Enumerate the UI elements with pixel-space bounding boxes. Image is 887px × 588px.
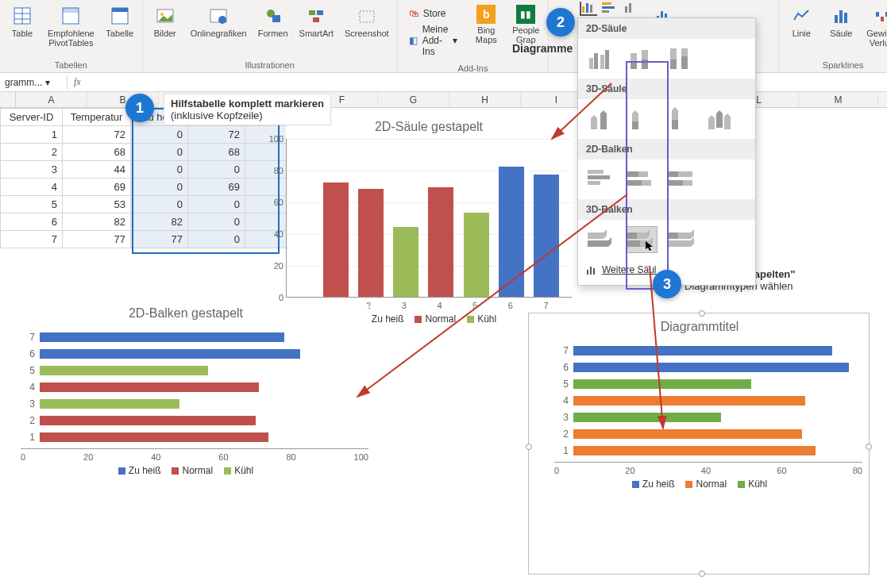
cell[interactable]: 82: [63, 213, 131, 231]
ribbon-group-addins: 🛍Store ◧Meine Add-Ins ▾ b BingMaps ▮▮ Pe…: [398, 0, 550, 72]
bar-chart-right[interactable]: Diagrammtitel 7654321 020406080 Zu heiß …: [537, 320, 862, 490]
col-header[interactable]: A: [16, 92, 87, 107]
chart-thumb-3d-stacked-col[interactable]: [626, 106, 658, 133]
ribbon-btn-store[interactable]: 🛍Store: [409, 8, 458, 19]
svg-rect-57: [588, 175, 610, 179]
ribbon-btn-saeule[interactable]: Säule: [823, 3, 858, 59]
svg-rect-35: [589, 58, 593, 69]
ribbon-btn-onlinegrafiken[interactable]: Onlinegrafiken: [187, 3, 250, 59]
svg-rect-37: [600, 55, 604, 69]
dropdown-section-3d-balken: 3D-Balken: [578, 199, 755, 220]
ribbon-btn-gewinn-verlust[interactable]: Gewinn/Verlust: [863, 3, 887, 59]
cell[interactable]: 82: [131, 213, 188, 231]
cell[interactable]: 68: [188, 144, 245, 161]
cell[interactable]: 69: [188, 179, 245, 196]
svg-marker-48: [600, 110, 607, 129]
step-1-circle: 1: [125, 94, 154, 122]
bar-chart-plot: 7654321: [537, 339, 862, 462]
bar-chart-left[interactable]: 2D-Balken gestapelt 7654321 020406080100…: [3, 306, 368, 476]
cell[interactable]: 0: [131, 179, 188, 196]
ribbon-btn-tabelle[interactable]: Tabelle: [102, 3, 137, 59]
step-1-label: Hilfstabelle komplett markieren (inklusi…: [164, 94, 331, 125]
cell[interactable]: 1: [1, 126, 63, 144]
chart-type-dropdown: 2D-Säule 3D-Säule 2D-Balken 3D-Balken We…: [577, 17, 756, 286]
svg-marker-75: [667, 233, 678, 239]
col-header[interactable]: G: [378, 92, 449, 107]
svg-rect-64: [667, 171, 678, 177]
cell[interactable]: 53: [63, 196, 131, 213]
svg-rect-30: [602, 2, 611, 5]
cell[interactable]: 2: [1, 144, 63, 161]
col-header[interactable]: M: [799, 92, 878, 107]
ribbon-btn-my-addins[interactable]: ◧Meine Add-Ins ▾: [409, 24, 458, 57]
ribbon-btn-table[interactable]: Table: [5, 3, 40, 59]
chart-thumb-clustered-column[interactable]: [586, 45, 618, 72]
name-box[interactable]: gramm... ▾: [0, 75, 67, 90]
ribbon-btn-smartart[interactable]: SmartArt: [296, 3, 337, 59]
cell[interactable]: 77: [131, 231, 188, 248]
th-serverid[interactable]: Server-ID: [1, 109, 63, 126]
ribbon-btn-pivot[interactable]: EmpfohlenePivotTables: [44, 3, 98, 59]
chart-thumb-3d-clustered-bar[interactable]: [586, 226, 618, 253]
cell[interactable]: 44: [63, 161, 131, 179]
ribbon-btn-screenshot[interactable]: Screenshot: [341, 3, 392, 59]
cell[interactable]: 7: [1, 231, 63, 248]
chart-thumb-3d-100stacked-col[interactable]: [665, 106, 697, 133]
cell[interactable]: 0: [188, 161, 245, 179]
cell[interactable]: 4: [1, 179, 63, 196]
svg-rect-66: [667, 180, 683, 186]
svg-marker-50: [632, 121, 638, 129]
chart-type-col-btn[interactable]: [580, 2, 597, 16]
col-header[interactable]: H: [449, 92, 521, 107]
cell[interactable]: 3: [1, 161, 63, 179]
cell[interactable]: 0: [188, 231, 245, 248]
cell[interactable]: 69: [63, 179, 131, 196]
chart-type-more-btn[interactable]: [624, 2, 642, 16]
cell[interactable]: 0: [188, 196, 245, 213]
cell[interactable]: 0: [131, 196, 188, 213]
svg-rect-44: [670, 60, 677, 69]
chart-thumb-3d-100stacked-bar[interactable]: [665, 226, 697, 253]
ribbon-btn-formen[interactable]: Formen: [255, 3, 291, 59]
svg-rect-22: [839, 10, 843, 23]
svg-rect-78: [590, 267, 592, 275]
cell[interactable]: 0: [131, 144, 188, 161]
chart-thumb-stacked-column[interactable]: [626, 45, 658, 72]
svg-rect-7: [112, 8, 128, 12]
cell[interactable]: 5: [1, 196, 63, 213]
fx-button[interactable]: fx: [67, 76, 87, 88]
cell[interactable]: 72: [63, 126, 131, 144]
chart-thumb-100stacked-bar[interactable]: [665, 166, 697, 193]
svg-marker-67: [588, 229, 607, 239]
step-3-circle: 3: [653, 270, 681, 298]
svg-marker-72: [627, 240, 640, 247]
cell[interactable]: 72: [188, 126, 245, 144]
chart-thumb-3d-column[interactable]: [705, 106, 737, 133]
ribbon-btn-bilder[interactable]: Bilder: [148, 3, 183, 59]
cell[interactable]: 68: [63, 144, 131, 161]
chart-thumb-clustered-bar[interactable]: [586, 166, 618, 193]
svg-rect-46: [681, 56, 688, 69]
chart-thumb-3d-clustered-col[interactable]: [586, 106, 618, 133]
ribbon-btn-bing-maps[interactable]: b BingMaps: [469, 3, 503, 62]
th-temperatur[interactable]: Temperatur: [63, 109, 131, 126]
cell[interactable]: 0: [131, 161, 188, 179]
svg-marker-70: [627, 233, 637, 239]
ribbon-btn-linie[interactable]: Linie: [784, 3, 819, 59]
chart-thumb-3d-stacked-bar[interactable]: [626, 226, 658, 253]
chart-type-bar-btn[interactable]: [602, 2, 619, 16]
chart-thumb-stacked-bar[interactable]: [626, 166, 658, 193]
cell[interactable]: 0: [188, 213, 245, 231]
cell[interactable]: 0: [131, 126, 188, 144]
svg-rect-77: [587, 270, 588, 275]
svg-rect-62: [627, 180, 642, 186]
cell[interactable]: 77: [63, 231, 131, 248]
ribbon-group-tabellen: Table EmpfohlenePivotTables Tabelle Tabe…: [0, 0, 143, 72]
store-icon: 🛍: [409, 8, 418, 19]
column-chart[interactable]: 2D-Säule gestapelt 020406080100 234567 Z…: [286, 120, 572, 325]
svg-rect-31: [602, 6, 615, 9]
selected-chart-frame[interactable]: Diagrammtitel 7654321 020406080 Zu heiß …: [528, 313, 870, 575]
cell[interactable]: 6: [1, 213, 63, 231]
chart-thumb-100stacked-column[interactable]: [665, 45, 697, 72]
svg-rect-38: [605, 50, 609, 69]
